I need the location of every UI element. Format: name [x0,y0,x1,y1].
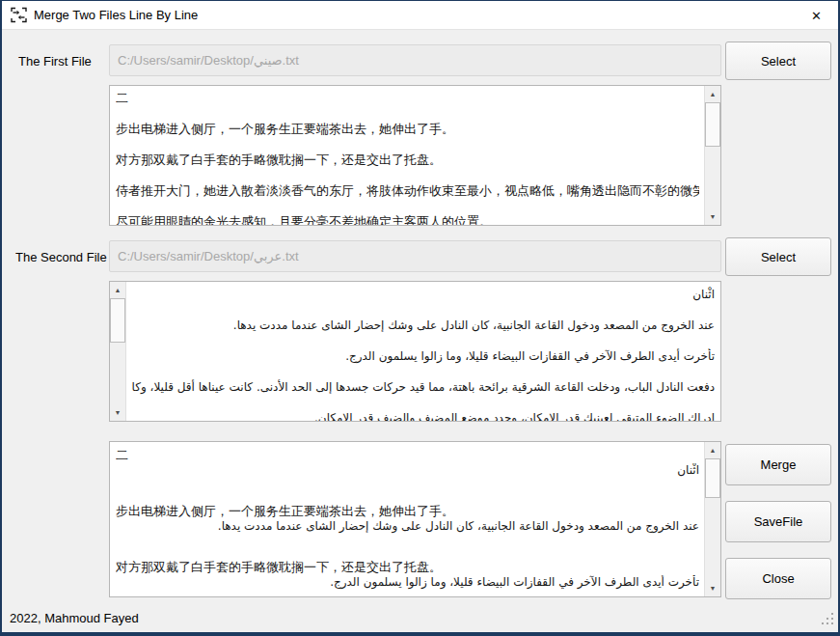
text-line: عند الخروج من المصعد ودخول القاعة الجانب… [116,519,699,534]
window-title: Merge Two Files Line By Line [34,8,198,22]
text-line [131,364,715,379]
scroll-down-icon[interactable]: ▼ [705,208,720,225]
save-file-button[interactable]: SaveFile [725,501,831,542]
second-file-path-input[interactable]: C:/Users/samir/Desktop/عربي.txt [109,240,721,272]
scrollbar-thumb[interactable] [705,102,720,147]
text-line [116,478,699,490]
text-line: عند الخروج من المصعد ودخول القاعة الجانب… [131,318,715,333]
merged-textarea[interactable]: 二اثْنان 步出电梯进入侧厅，一个服务生正要端茶出去，她伸出了手。عند ا… [109,441,721,597]
text-line: اثْنان [116,463,699,478]
text-line: 二 [116,447,699,463]
statusbar-text: 2022, Mahmoud Fayed [10,611,139,625]
text-line: دفعت النادل الباب، ودخلت القاعة الشرقية … [131,379,715,395]
scroll-up-icon[interactable]: ▲ [705,442,720,458]
text-line: 对方那双戴了白手套的手略微耽搁一下，还是交出了托盘。 [116,152,699,168]
merge-button[interactable]: Merge [725,444,831,485]
first-file-scrollbar[interactable]: ▲ ▼ [704,86,720,225]
text-line: 尽可能用眼睛的余光去感知，且要分毫不差地确定主客两人的位置。 [116,214,699,225]
scroll-down-icon[interactable]: ▼ [705,580,720,596]
scroll-up-icon[interactable]: ▲ [705,86,720,102]
close-button[interactable]: Close [725,558,831,599]
scroll-up-icon[interactable]: ▲ [110,282,125,298]
first-file-label: The First File [18,54,92,69]
merged-text: 二اثْنان 步出电梯进入侧厅，一个服务生正要端茶出去，她伸出了手。عند ا… [111,442,703,596]
app-window: Merge Two Files Line By Line ✕ The First… [0,0,840,636]
text-line: 步出电梯进入侧厅，一个服务生正要端茶出去，她伸出了手。 [116,122,699,137]
text-line [131,302,715,318]
text-line: 对方那双戴了白手套的手略微耽搁一下，还是交出了托盘。 [116,559,699,575]
text-line [116,168,699,183]
text-line [116,546,699,559]
text-line: اثْنان [131,287,715,302]
second-file-label: The Second File [15,250,107,264]
second-file-textarea[interactable]: اثْنان عند الخروج من المصعد ودخول القاعة… [109,281,721,422]
text-line: تأخرت أيدى الطرف الآخر في القفازات البيض… [116,575,699,590]
text-line: 侍者推开大门，她进入散着淡淡香气的东厅，将肢体动作收束至最小，视点略低，嘴角透出… [116,183,699,199]
text-line: 二 [116,91,699,106]
first-file-select-button[interactable]: Select [725,41,831,80]
text-line: تأخرت أيدى الطرف الآخر في القفازات البيض… [131,348,715,364]
scrollbar-thumb[interactable] [110,298,125,343]
text-line [116,534,699,546]
title-bar: Merge Two Files Line By Line ✕ [2,1,838,30]
scrollbar-thumb[interactable] [705,458,720,498]
second-file-text: اثْنان عند الخروج من المصعد ودخول القاعة… [127,282,719,421]
text-line: إدراك الضوء المتبقي لعينيك قدر الإمكان، … [131,410,715,421]
first-file-path-input[interactable]: C:/Users/samir/Desktop/صيني.txt [109,44,721,76]
text-line [131,395,715,410]
first-file-text: 二 步出电梯进入侧厅，一个服务生正要端茶出去，她伸出了手。 对方那双戴了白手套的… [111,86,703,225]
text-line: 步出电梯进入侧厅，一个服务生正要端茶出去，她伸出了手。 [116,503,699,519]
close-window-icon[interactable]: ✕ [795,1,838,30]
second-file-select-button[interactable]: Select [725,237,831,276]
text-line [116,137,699,152]
scroll-down-icon[interactable]: ▼ [110,404,125,421]
resize-grip[interactable] [821,612,833,624]
second-file-scrollbar[interactable]: ▲ ▼ [110,282,126,421]
text-line [116,199,699,214]
text-line [131,333,715,348]
first-file-textarea[interactable]: 二 步出电梯进入侧厅，一个服务生正要端茶出去，她伸出了手。 对方那双戴了白手套的… [109,85,721,226]
merged-scrollbar[interactable]: ▲ ▼ [704,442,720,596]
text-line [116,490,699,503]
merge-icon [11,7,27,23]
text-line [116,106,699,122]
